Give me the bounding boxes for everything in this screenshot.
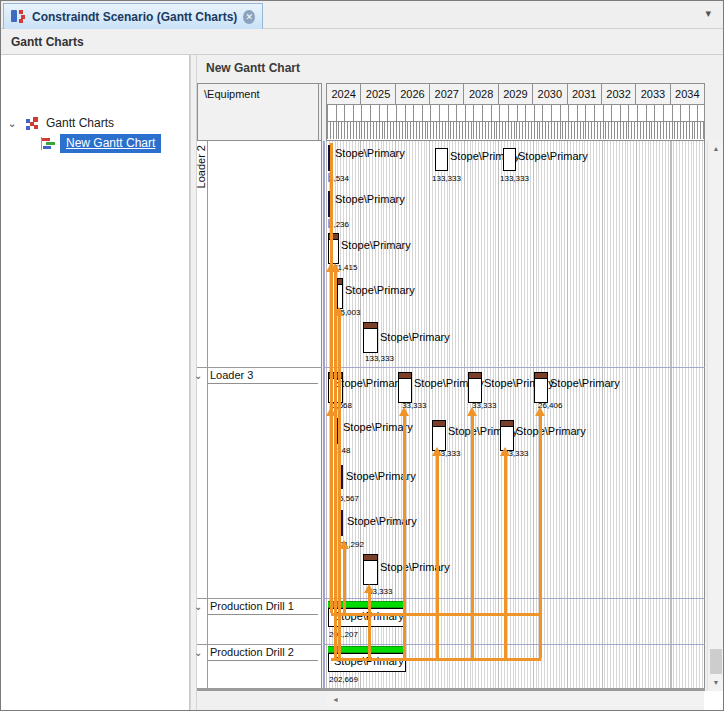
timescale-header: 2024202520262027202820292030203120322033… xyxy=(326,83,705,141)
timescale-year[interactable]: 2028 xyxy=(464,84,498,104)
vertical-scrollbar[interactable]: ▲ ▼ xyxy=(707,141,723,691)
equipment-column-header[interactable]: \Equipment xyxy=(197,83,322,141)
scroll-up-icon[interactable]: ▲ xyxy=(708,141,724,157)
timescale-year[interactable]: 2033 xyxy=(636,84,670,104)
timescale-year[interactable]: 2024 xyxy=(327,84,361,104)
timescale-year[interactable]: 2025 xyxy=(361,84,395,104)
column-divider xyxy=(318,83,319,141)
row-header-column xyxy=(197,141,322,688)
tab-list-dropdown-icon[interactable]: ▾ xyxy=(705,7,711,20)
horizontal-scrollbar[interactable]: ◄ xyxy=(326,692,704,707)
vertical-scrollbar-thumb[interactable] xyxy=(710,649,722,674)
chart-title-bar: New Gantt Chart xyxy=(197,55,723,81)
gantt-chart-icon xyxy=(41,136,56,151)
timescale-year[interactable]: 2031 xyxy=(568,84,602,104)
scroll-left-icon[interactable]: ◄ xyxy=(328,692,343,707)
timescale-year[interactable]: 2034 xyxy=(671,84,704,104)
section-title: Gantt Charts xyxy=(11,35,84,49)
scrollbar-corner xyxy=(704,691,723,710)
row-header-gutter-line xyxy=(207,141,208,688)
scroll-down-icon[interactable]: ▼ xyxy=(708,675,724,691)
timescale-year[interactable]: 2026 xyxy=(396,84,430,104)
tab-constraindt-scenario[interactable]: Constraindt Scenario (Gantt Charts) ✕ xyxy=(3,3,263,29)
bottom-strip xyxy=(197,691,326,710)
chart-title: New Gantt Chart xyxy=(206,61,300,75)
scenario-icon xyxy=(25,116,40,131)
timescale-year[interactable]: 2032 xyxy=(602,84,636,104)
tree-item-new-gantt-chart[interactable]: New Gantt Chart xyxy=(41,133,161,153)
sidebar-tree: ⌄ Gantt Charts New Gantt Chart xyxy=(1,55,190,710)
tree-item-gantt-charts[interactable]: ⌄ Gantt Charts xyxy=(5,113,114,133)
timescale-year[interactable]: 2027 xyxy=(430,84,464,104)
timescale-year[interactable]: 2029 xyxy=(499,84,533,104)
tab-close-icon[interactable]: ✕ xyxy=(243,10,255,24)
timescale-quarter-ticks xyxy=(327,105,704,122)
tab-title: Constraindt Scenario (Gantt Charts) xyxy=(32,10,237,24)
tree-expander-icon[interactable]: ⌄ xyxy=(5,117,19,130)
app-window: Constraindt Scenario (Gantt Charts) ✕ ▾ … xyxy=(0,0,724,711)
tab-bar: Constraindt Scenario (Gantt Charts) ✕ ▾ xyxy=(1,1,723,29)
panel-splitter[interactable] xyxy=(190,55,197,710)
tree-item-label-selected: New Gantt Chart xyxy=(60,134,161,153)
tree-item-label: Gantt Charts xyxy=(46,116,114,130)
scenario-tab-icon xyxy=(11,9,26,24)
timescale-year[interactable]: 2030 xyxy=(533,84,567,104)
timescale-years-row: 2024202520262027202820292030203120322033… xyxy=(327,84,704,105)
section-header: Gantt Charts xyxy=(1,29,723,55)
timescale-month-ticks xyxy=(327,122,704,139)
gantt-plot-area[interactable] xyxy=(323,141,705,688)
